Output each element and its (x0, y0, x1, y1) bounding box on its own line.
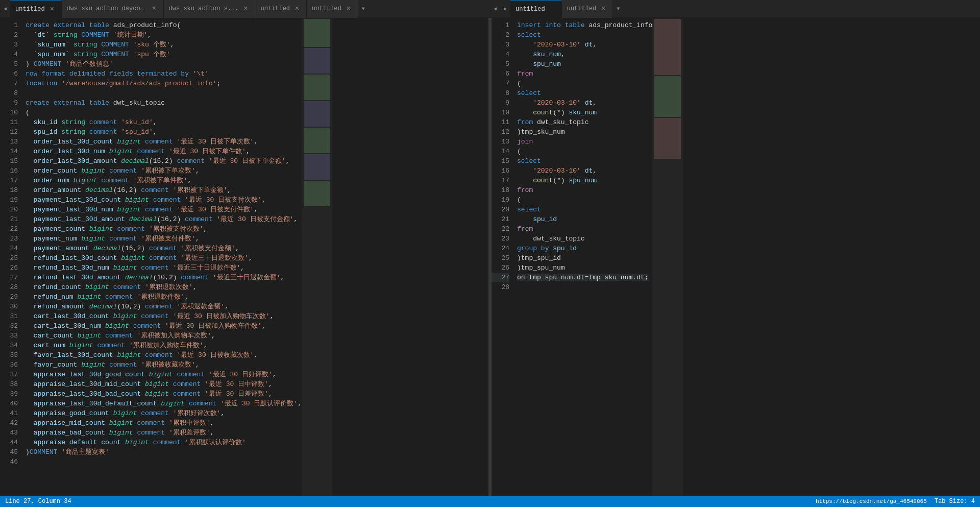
tab-right-untitled-1[interactable]: untitled × (510, 0, 562, 18)
status-bar-right: https://blog.csdn.net/ga_46548865 Tab Si… (816, 498, 975, 505)
tab-left-label-4: untitled (260, 5, 290, 12)
tab-bar: ◀ untitled × dws_sku_action_daycount.sku… (0, 0, 980, 18)
editor-scroll-right: 12345 678910 1112131415 1617181920 21222… (492, 18, 683, 496)
code-content-right[interactable]: insert into table ads_product_info selec… (514, 18, 652, 496)
minimap-right (652, 18, 683, 496)
tab-left-label-3: dws_sku_action_s... (169, 5, 239, 12)
tab-left-close-1[interactable]: × (48, 5, 56, 13)
tab-left-close-5[interactable]: × (345, 5, 353, 13)
code-content-left[interactable]: create external table ads_product_info( … (23, 18, 302, 496)
tab-left-close-4[interactable]: × (293, 5, 301, 13)
tab-overflow-left[interactable]: ▼ (358, 0, 369, 18)
tab-right-label-1: untitled (516, 6, 545, 13)
tab-left-dws-sku-action-daycount[interactable]: dws_sku_action_daycount.sku_id × (62, 0, 164, 18)
line-numbers-right: 12345 678910 1112131415 1617181920 21222… (492, 18, 514, 496)
tab-right-untitled-2[interactable]: untitled × (562, 0, 614, 18)
tab-left-label-5: untitled (312, 5, 341, 12)
tab-left-dws-sku-action-s[interactable]: dws_sku_action_s... × (164, 0, 256, 18)
tab-left-label-2: dws_sku_action_daycount.sku_id (67, 5, 147, 12)
status-line-col: Line 27, Column 34 (5, 498, 71, 505)
tab-scroll-right-left-arrow[interactable]: ◀ (490, 0, 500, 18)
editor-scroll-left: 12345 678910 1112131415 1617181920 21222… (0, 18, 332, 496)
tab-left-untitled-5[interactable]: untitled × (307, 0, 358, 18)
tab-left-untitled-1[interactable]: untitled × (10, 0, 62, 18)
status-tab-size: Tab Size: 4 (935, 498, 975, 505)
tab-left-close-2[interactable]: × (150, 5, 158, 13)
editor-pane-right[interactable]: 12345 678910 1112131415 1617181920 21222… (492, 18, 980, 496)
tab-bar-right: ◀ ▶ untitled × untitled × ▼ (490, 0, 980, 18)
tab-left-label-1: untitled (15, 6, 45, 13)
tab-right-close-2[interactable]: × (599, 5, 607, 13)
tab-overflow-right[interactable]: ▼ (613, 0, 623, 18)
tab-left-close-3[interactable]: × (241, 5, 250, 13)
tab-right-label-2: untitled (567, 5, 597, 12)
tab-left-untitled-4[interactable]: untitled × (255, 0, 307, 18)
status-bar-left: Line 27, Column 34 (5, 498, 71, 505)
minimap-left (302, 18, 332, 496)
tab-scroll-right-right-arrow[interactable]: ▶ (500, 0, 510, 18)
editor-container: 12345 678910 1112131415 1617181920 21222… (0, 18, 980, 496)
tab-bar-left: ◀ untitled × dws_sku_action_daycount.sku… (0, 0, 490, 18)
tab-scroll-left-arrow[interactable]: ◀ (0, 0, 10, 18)
editor-pane-left[interactable]: 12345 678910 1112131415 1617181920 21222… (0, 18, 489, 496)
line-numbers-left: 12345 678910 1112131415 1617181920 21222… (0, 18, 23, 496)
status-bar: Line 27, Column 34 https://blog.csdn.net… (0, 496, 980, 507)
status-url: https://blog.csdn.net/ga_46548865 (816, 498, 927, 504)
